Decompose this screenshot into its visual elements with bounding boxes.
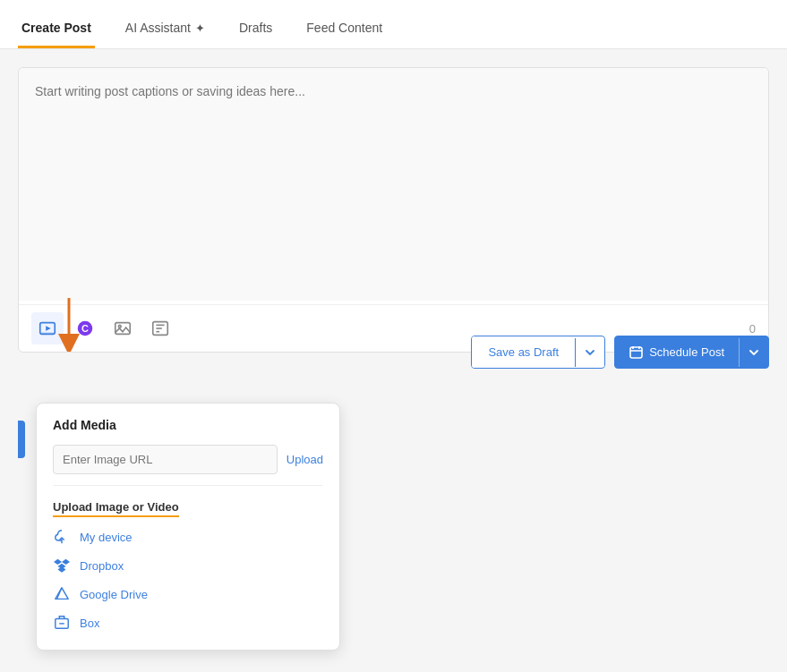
box-label: Box [80,617,99,630]
box-option[interactable]: Box [53,614,323,632]
chevron-down-icon [585,347,595,358]
post-textarea[interactable] [19,68,768,301]
tab-feed-content-label: Feed Content [306,21,382,35]
tab-create-post-label: Create Post [21,21,91,35]
svg-marker-15 [62,559,70,565]
svg-point-6 [118,325,121,327]
chevron-down-schedule-icon [749,347,759,358]
char-count: 0 [749,322,756,336]
tab-drafts[interactable]: Drafts [235,8,276,48]
save-as-draft-button-group[interactable]: Save as Draft [471,336,605,369]
add-media-popup: Add Media Upload Upload Image or Video M… [36,403,340,651]
svg-rect-2 [40,333,56,335]
divider [53,485,323,486]
ai-star-icon: ✦ [195,21,205,35]
google-drive-icon [53,585,71,603]
left-accent-strip [18,421,25,458]
upload-section-title: Upload Image or Video [53,500,179,517]
stock-images-icon-button[interactable] [107,312,139,345]
upload-url-button[interactable]: Upload [287,453,323,466]
main-content: C 0 [0,49,787,672]
action-buttons: Save as Draft Schedule Post [471,336,769,369]
schedule-post-button-group[interactable]: Schedule Post [614,336,769,369]
save-as-draft-dropdown-button[interactable] [575,338,604,367]
calendar-icon [629,345,643,359]
box-icon [53,614,71,632]
svg-rect-22 [630,347,642,358]
top-nav: Create Post AI Assistant ✦ Drafts Feed C… [0,0,787,49]
schedule-post-button[interactable]: Schedule Post [615,336,739,368]
save-as-draft-button[interactable]: Save as Draft [472,336,575,368]
schedule-post-dropdown-button[interactable] [739,338,768,367]
editor-container: C 0 [18,67,769,353]
my-device-option[interactable]: My device [53,528,323,546]
tab-feed-content[interactable]: Feed Content [303,8,386,48]
svg-marker-14 [54,559,62,565]
upload-options: My device Dropbox [53,528,323,632]
popup-title: Add Media [53,418,323,432]
my-device-icon [53,528,71,546]
svg-text:C: C [81,323,89,334]
google-drive-option[interactable]: Google Drive [53,585,323,603]
svg-line-19 [57,588,62,600]
my-device-label: My device [80,531,133,544]
media-icon-button[interactable] [31,312,64,345]
dropbox-label: Dropbox [80,559,124,573]
preview-icon-button[interactable] [144,312,176,345]
svg-marker-1 [46,326,51,331]
dropbox-option[interactable]: Dropbox [53,557,323,574]
url-row: Upload [53,445,323,474]
tab-ai-assistant-label: AI Assistant [125,21,191,35]
image-url-input[interactable] [53,445,278,474]
svg-marker-17 [58,566,66,572]
schedule-post-label: Schedule Post [649,345,724,359]
google-drive-label: Google Drive [80,588,148,601]
canva-icon-button[interactable]: C [69,312,101,345]
tab-drafts-label: Drafts [239,21,272,35]
tab-ai-assistant[interactable]: AI Assistant ✦ [122,8,209,48]
dropbox-icon [53,557,71,574]
tab-create-post[interactable]: Create Post [18,8,95,48]
